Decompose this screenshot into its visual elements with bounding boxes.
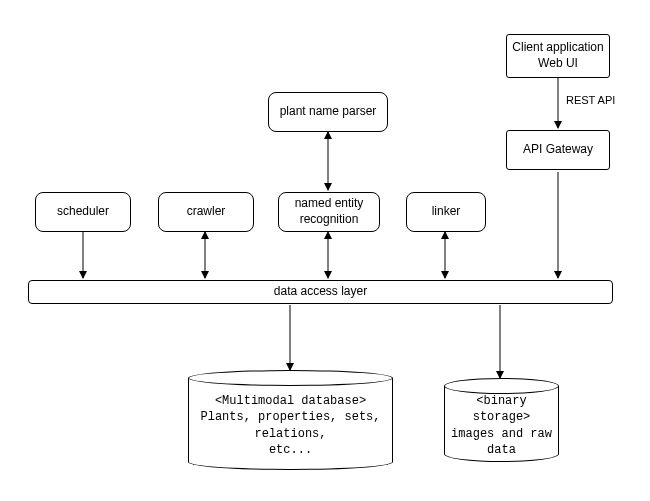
multimodal-tag: <Multimodal database> [200, 393, 380, 409]
edge-label-rest-api: REST API [566, 94, 615, 106]
node-binary-storage: <binary storage> images and raw data [444, 378, 559, 462]
node-ner: named entity recognition [278, 192, 380, 232]
binary-desc: images and raw data [451, 426, 552, 458]
client-line2: Web UI [512, 56, 603, 72]
node-data-access-layer: data access layer [28, 280, 613, 304]
node-scheduler: scheduler [35, 192, 131, 232]
node-client-application: Client application Web UI [506, 34, 610, 78]
binary-tag: <binary storage> [451, 393, 552, 425]
multimodal-desc: Plants, properties, sets, relations, etc… [200, 409, 380, 458]
node-linker: linker [406, 192, 486, 232]
node-multimodal-database: <Multimodal database> Plants, properties… [188, 370, 393, 470]
node-crawler: crawler [158, 192, 254, 232]
client-line1: Client application [512, 40, 603, 56]
node-plant-name-parser: plant name parser [268, 92, 388, 132]
node-api-gateway: API Gateway [506, 130, 610, 170]
